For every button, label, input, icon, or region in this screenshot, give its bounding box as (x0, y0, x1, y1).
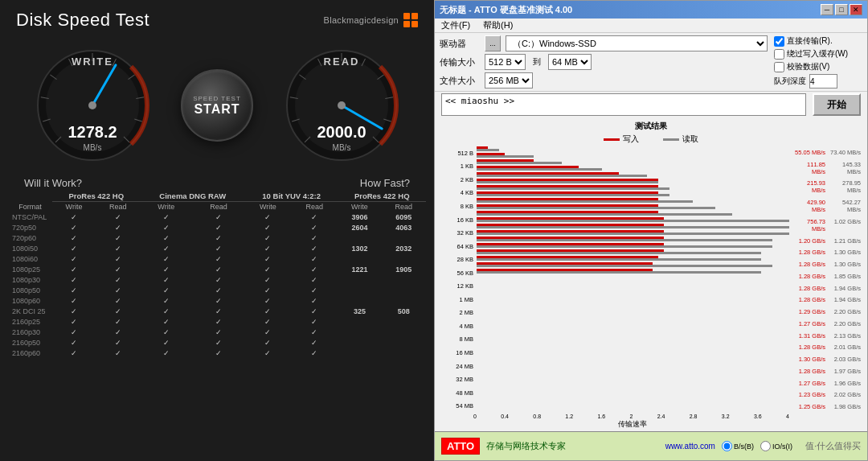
chart-label-left: 54 MB (441, 402, 473, 410)
drive-browse-button[interactable]: ... (485, 35, 501, 51)
radio-bs[interactable]: B/s(B) (722, 441, 754, 451)
radio-bs-label: B/s(B) (734, 442, 754, 451)
check-cell: ✓ (291, 316, 338, 327)
radio-ios[interactable]: IO/s(I) (760, 441, 792, 451)
header-prores: ProRes 422 HQ (52, 191, 141, 202)
check-cell: ✓ (52, 222, 96, 233)
format-cell: 1080p25 (8, 264, 52, 274)
verify-data-input[interactable] (774, 62, 784, 72)
chart-label-left: 1 KB (441, 163, 473, 170)
bar-row (477, 159, 789, 165)
check-cell: ✓ (141, 295, 192, 306)
rl-read: 2.02 GB/s (828, 391, 861, 398)
bm-logo-text: Blackmagicdesign (324, 15, 399, 25)
check-cell: ✓ (96, 222, 140, 233)
atto-win-btns: ─ □ ✕ (821, 4, 862, 15)
write-cache-check[interactable]: 绕过写入缓存(W) (774, 48, 862, 60)
check-cell: ✓ (192, 233, 245, 243)
svg-point-14 (88, 101, 96, 109)
menu-file[interactable]: 文件(F) (439, 19, 473, 31)
atto-menubar: 文件(F) 帮助(H) (435, 19, 867, 33)
start-button[interactable]: SPEED TEST START (181, 69, 253, 142)
logo-sq-3 (403, 21, 410, 27)
table-row: 1080p25 ✓ ✓ ✓ ✓ ✓ ✓ 1221 1905 (8, 264, 426, 274)
direct-transfer-input[interactable] (774, 36, 784, 47)
drive-select[interactable]: （C:）Windows-SSD (506, 35, 768, 51)
atto-textarea[interactable]: << miaoshu >> (441, 93, 806, 116)
chart-labels-right: 55.05 MB/s73.40 MB/s111.85 MB/s145.33 MB… (792, 146, 861, 413)
rl-write: 1.28 GB/s (792, 273, 825, 280)
chart-label-left: 2 KB (441, 176, 473, 183)
rd-header-1: Read (96, 202, 140, 212)
radio-ios-label: IO/s(I) (772, 442, 792, 451)
bar-row (477, 243, 789, 249)
start-btn-container: SPEED TEST START (181, 69, 253, 142)
file-size-select[interactable]: 256 MB (485, 72, 533, 88)
rl-read: 1.98 GB/s (828, 403, 861, 410)
rl-write: 1.20 GB/s (792, 237, 825, 245)
radio-ios-input[interactable] (760, 441, 771, 451)
format-cell: 720p50 (8, 222, 52, 233)
verify-data-check[interactable]: 校验数据(V) (774, 61, 862, 72)
speed-write (338, 274, 381, 285)
table-row: 1080i60 ✓ ✓ ✓ ✓ ✓ ✓ (8, 253, 426, 264)
read-bar (477, 233, 789, 235)
check-cell: ✓ (291, 295, 338, 306)
close-button[interactable]: ✕ (850, 4, 862, 15)
bar-row (477, 185, 789, 191)
check-cell: ✓ (245, 295, 291, 306)
read-gauge-value: 2000.0 (277, 123, 406, 142)
check-cell: ✓ (291, 306, 338, 316)
chart-label-right: 55.05 MB/s73.40 MB/s (792, 149, 861, 156)
maximize-button[interactable]: □ (835, 4, 848, 15)
speed-write: 1302 (338, 243, 381, 253)
queue-input[interactable] (809, 74, 837, 88)
transfer-size-from[interactable]: 512 B (485, 54, 526, 70)
transfer-size-to[interactable]: 64 MB (548, 54, 592, 70)
speed-write (338, 327, 381, 337)
write-cache-input[interactable] (774, 49, 784, 60)
chart-label-left: 32 KB (441, 229, 473, 237)
check-cell: ✓ (141, 212, 192, 222)
read-bar (477, 239, 772, 241)
x-label: 2 (629, 414, 633, 419)
check-cell: ✓ (245, 316, 291, 327)
speed-write (338, 316, 381, 327)
rl-read: 145.33 MB/s (828, 161, 861, 175)
x-labels-container: 00.40.81.21.622.42.83.23.64 (473, 414, 789, 419)
check-cell: ✓ (245, 348, 291, 358)
format-cell: 720p60 (8, 233, 52, 243)
table-row: 1080p50 ✓ ✓ ✓ ✓ ✓ ✓ (8, 285, 426, 295)
rl-read: 1.85 GB/s (828, 273, 861, 280)
check-cell: ✓ (192, 306, 245, 316)
speed-read: 508 (381, 306, 426, 316)
x-label: 3.2 (722, 414, 730, 419)
x-title-row: 传输速率 (441, 419, 861, 430)
check-cell: ✓ (245, 327, 291, 337)
rd-header-3: Read (291, 202, 338, 212)
minimize-button[interactable]: ─ (821, 4, 833, 15)
check-cell: ✓ (96, 348, 140, 358)
speed-write (338, 253, 381, 264)
radio-bs-input[interactable] (722, 441, 732, 451)
read-bar (477, 213, 732, 216)
atto-bottom-text: 存储与网络技术专家 (486, 440, 658, 452)
check-cell: ✓ (245, 264, 291, 274)
table-row: 720p50 ✓ ✓ ✓ ✓ ✓ ✓ 2604 4063 (8, 222, 426, 233)
menu-help[interactable]: 帮助(H) (481, 19, 515, 31)
read-bar (477, 181, 658, 183)
direct-transfer-check[interactable]: 直接传输(R). (774, 35, 862, 47)
read-bar (477, 265, 772, 267)
rl-read: 1.94 GB/s (828, 285, 861, 292)
chart-label-right: 1.27 GB/s2.20 GB/s (792, 320, 861, 327)
format-cell: 2K DCI 25 (8, 306, 52, 316)
speed-write (338, 337, 381, 348)
check-cell: ✓ (291, 327, 338, 337)
atto-start-button[interactable]: 开始 (813, 93, 861, 116)
check-cell: ✓ (52, 285, 96, 295)
check-cell: ✓ (245, 222, 291, 233)
rl-write: 1.31 GB/s (792, 332, 825, 340)
chart-label-right: 1.29 GB/s2.20 GB/s (792, 308, 861, 315)
x-label: 1.2 (565, 414, 573, 419)
start-label: START (194, 102, 240, 117)
